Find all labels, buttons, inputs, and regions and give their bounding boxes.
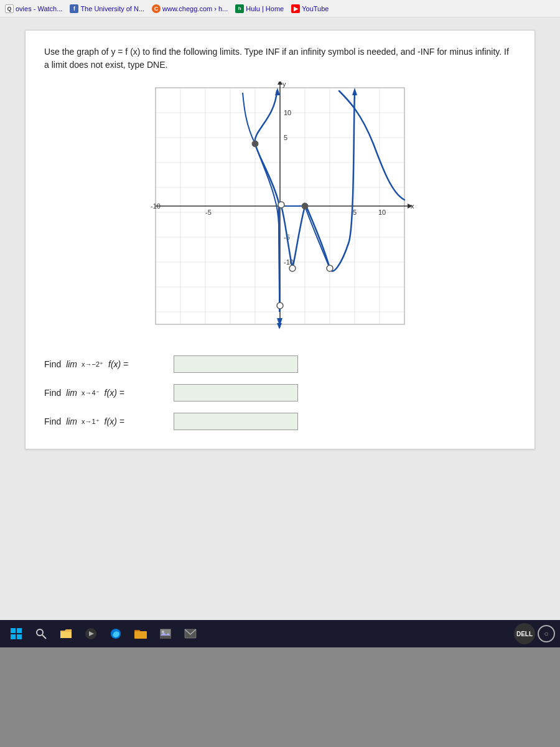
bookmark-university[interactable]: f The University of N... [70,4,144,13]
email-button[interactable] [179,622,202,645]
svg-text:y: y [282,82,286,88]
media-button[interactable] [80,622,102,645]
svg-marker-22 [278,82,282,85]
movies-icon: Q [5,4,14,13]
limit-subscript-2: x→4⁻ [80,389,100,397]
svg-point-42 [327,265,333,271]
bookmark-bar: Q ovies - Watch... f The University of N… [0,0,560,17]
dell-label: DELL [516,631,533,637]
bookmark-chegg[interactable]: C www.chegg.com › h... [152,4,228,13]
svg-point-39 [278,202,284,208]
svg-point-43 [277,303,283,309]
email-icon [184,629,197,639]
svg-rect-53 [134,631,147,639]
chegg-icon: C [152,4,161,13]
svg-point-40 [302,203,308,209]
limit-row-3: Find lim x→1⁺ f(x) = [44,413,516,430]
power-icon: ○ [544,629,548,638]
svg-rect-44 [11,628,16,633]
svg-text:5: 5 [284,134,287,141]
svg-text:-10: -10 [151,202,161,210]
svg-point-38 [252,141,258,147]
university-icon: f [70,4,78,13]
folder2-icon [134,628,147,639]
dell-button[interactable]: DELL [514,623,535,644]
photo-button[interactable] [154,622,177,645]
lim-text-2: lim [66,388,77,398]
svg-text:5: 5 [353,209,357,216]
svg-rect-47 [17,634,22,639]
limit-input-2[interactable] [174,384,298,402]
graph-container: x y -10 -5 5 10 10 5 -5 -10 [137,82,423,343]
svg-line-49 [42,635,46,639]
media-icon [85,627,97,640]
taskbar: DELL ○ [0,620,560,647]
find-text-3: Find [44,416,63,426]
edge-button[interactable] [105,622,127,645]
limit-row-2: Find lim x→4⁻ f(x) = [44,384,516,402]
limit-section: Find lim x→−2⁺ f(x) = Find lim x→4⁻ f(x)… [44,355,516,430]
lim-text-1: lim [66,359,77,369]
limit-input-3[interactable] [174,413,298,430]
bottom-area [0,647,560,747]
limit-label-3: Find lim x→1⁺ f(x) = [44,416,169,426]
find-text-1: Find [44,359,63,369]
limit-label-2: Find lim x→4⁻ f(x) = [44,388,169,398]
bookmark-movies[interactable]: Q ovies - Watch... [5,4,62,13]
limit-subscript-1: x→−2⁺ [80,360,103,369]
search-icon [35,628,47,639]
folder-button[interactable] [129,622,152,645]
func-text-1: f(x) = [106,359,128,369]
func-text-2: f(x) = [102,388,124,398]
func-text-3: f(x) = [102,416,124,426]
file-explorer-button[interactable] [55,622,77,645]
hulu-icon: h [235,4,244,13]
limit-input-1[interactable] [174,355,298,373]
edge-icon [110,627,122,640]
svg-rect-45 [17,628,22,633]
lim-text-3: lim [66,416,77,426]
folder-icon [60,628,72,639]
photo-icon [159,627,172,640]
svg-text:-5: -5 [205,209,212,216]
svg-rect-46 [11,634,16,639]
limit-row-1: Find lim x→−2⁺ f(x) = [44,355,516,373]
svg-rect-50 [60,632,72,638]
svg-text:10: 10 [284,109,291,116]
bookmark-youtube[interactable]: ▶ YouTube [291,4,329,13]
limit-label-1: Find lim x→−2⁺ f(x) = [44,359,169,369]
problem-instruction: Use the graph of y = f (x) to find the f… [44,45,516,72]
windows-icon [10,627,22,640]
function-graph: x y -10 -5 5 10 10 5 -5 -10 [137,82,423,343]
limit-subscript-3: x→1⁺ [80,418,100,426]
windows-button[interactable] [5,622,27,645]
problem-card: Use the graph of y = f (x) to find the f… [25,30,535,449]
svg-point-41 [289,265,296,271]
bookmark-hulu[interactable]: h Hulu | Home [235,4,284,13]
search-button[interactable] [30,622,52,645]
find-text-2: Find [44,388,63,398]
svg-text:x: x [411,202,414,210]
svg-point-48 [37,629,43,636]
power-button[interactable]: ○ [538,625,555,642]
svg-text:10: 10 [378,209,386,216]
main-content: Use the graph of y = f (x) to find the f… [0,17,560,620]
youtube-icon: ▶ [291,4,300,13]
